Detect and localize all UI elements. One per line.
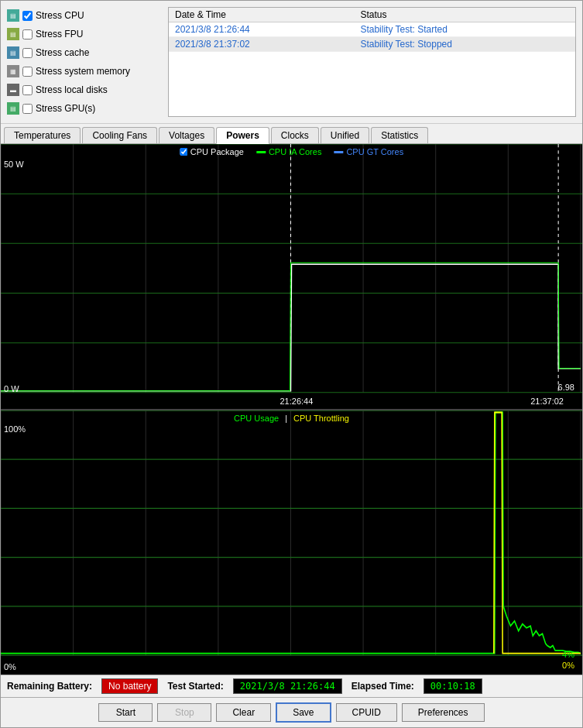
stress-item-disks: ▬ Stress local disks — [7, 81, 162, 98]
fpu-icon: ▤ — [7, 28, 19, 40]
top-section: ▤ Stress CPU ▤ Stress FPU ▤ Stress cache… — [1, 1, 582, 124]
legend-cpu-gt-color — [334, 151, 343, 153]
log-row-1-status: Stability Test: Started — [354, 22, 575, 37]
status-bar: Remaining Battery: No battery Test Start… — [1, 675, 582, 697]
legend-cpu-package-label: CPU Package — [190, 147, 244, 156]
tab-powers[interactable]: Powers — [216, 127, 269, 144]
cpu-throttle-value: 0% — [562, 661, 574, 670]
cpu-chart-title: CPU Usage | CPU Throttling — [234, 414, 349, 423]
stress-cpu-label: Stress CPU — [36, 10, 84, 21]
stress-memory-label: Stress system memory — [36, 66, 130, 77]
stress-item-memory: ▦ Stress system memory — [7, 63, 162, 80]
legend-cpu-gt-label: CPU GT Cores — [346, 147, 403, 156]
log-row-1: 2021/3/8 21:26:44 Stability Test: Starte… — [169, 22, 575, 37]
stress-fpu-checkbox[interactable] — [22, 29, 33, 39]
cpu-usage-value: 4% — [562, 650, 574, 659]
log-row-2-status: Stability Test: Stopped — [354, 37, 575, 52]
legend-cpu-ia-cores: CPU IA Cores — [256, 147, 321, 156]
cpu-y-max: 100% — [4, 424, 26, 434]
tab-unified[interactable]: Unified — [321, 127, 369, 143]
mem-icon: ▦ — [7, 65, 19, 77]
log-table: Date & Time Status 2021/3/8 21:26:44 Sta… — [169, 8, 575, 52]
tab-statistics[interactable]: Statistics — [371, 127, 428, 143]
main-window: ▤ Stress CPU ▤ Stress FPU ▤ Stress cache… — [0, 0, 583, 728]
log-row-1-datetime: 2021/3/8 21:26:44 — [169, 22, 354, 37]
tabs-bar: Temperatures Cooling Fans Voltages Power… — [1, 124, 582, 144]
stress-memory-checkbox[interactable] — [22, 67, 33, 77]
cpu-chart-separator: | — [285, 414, 287, 423]
stress-disks-checkbox[interactable] — [22, 85, 33, 95]
power-x-start: 21:26:44 — [279, 397, 313, 406]
cpuid-button[interactable]: CPUID — [336, 703, 397, 722]
log-row-2-datetime: 2021/3/8 21:37:02 — [169, 37, 354, 52]
stress-cpu-checkbox[interactable] — [22, 11, 33, 21]
stress-item-cpu: ▤ Stress CPU — [7, 7, 162, 24]
power-y-min: 0 W — [4, 384, 19, 393]
buttons-bar: Start Stop Clear Save CPUID Preferences — [1, 697, 582, 727]
stress-item-gpu: ▤ Stress GPU(s) — [7, 100, 162, 117]
power-value-label: 6.98 — [558, 383, 574, 392]
battery-value: No battery — [101, 678, 158, 694]
test-started-label: Test Started: — [167, 681, 223, 692]
cache-icon: ▤ — [7, 46, 19, 59]
preferences-button[interactable]: Preferences — [402, 703, 485, 722]
power-chart-legend: CPU Package CPU IA Cores CPU GT Cores — [180, 147, 403, 156]
start-button[interactable]: Start — [98, 703, 153, 722]
test-started-value: 2021/3/8 21:26:44 — [233, 678, 342, 694]
legend-cpu-gt-cores: CPU GT Cores — [334, 147, 403, 156]
cpu-chart: CPU Usage | CPU Throttling — [1, 410, 582, 675]
tab-cooling-fans[interactable]: Cooling Fans — [82, 127, 157, 143]
legend-cpu-ia-color — [256, 151, 266, 153]
power-chart: CPU Package CPU IA Cores CPU GT Cores — [1, 144, 582, 410]
stress-disks-label: Stress local disks — [36, 84, 108, 95]
stress-gpu-label: Stress GPU(s) — [36, 103, 95, 114]
power-chart-svg — [1, 144, 582, 409]
log-col-datetime: Date & Time — [169, 8, 354, 22]
cpu-usage-label: CPU Usage — [234, 414, 279, 423]
log-col-status: Status — [354, 8, 575, 22]
elapsed-value: 00:10:18 — [424, 678, 482, 694]
stress-item-cache: ▤ Stress cache — [7, 44, 162, 61]
cpu-chart-svg — [1, 410, 582, 675]
cpu-y-min: 0% — [4, 662, 16, 671]
battery-label: Remaining Battery: — [7, 681, 92, 692]
stop-button[interactable]: Stop — [157, 703, 211, 722]
stress-item-fpu: ▤ Stress FPU — [7, 26, 162, 43]
legend-cpu-ia-label: CPU IA Cores — [269, 147, 321, 156]
clear-button[interactable]: Clear — [216, 703, 271, 722]
legend-cpu-package-checkbox[interactable] — [180, 148, 187, 156]
log-table-container: Date & Time Status 2021/3/8 21:26:44 Sta… — [168, 7, 576, 117]
cpu-throttling-label: CPU Throttling — [293, 414, 349, 423]
cpu-icon: ▤ — [7, 9, 19, 22]
disk-icon: ▬ — [7, 84, 19, 96]
power-x-end: 21:37:02 — [530, 397, 564, 406]
stress-fpu-label: Stress FPU — [36, 29, 83, 39]
tab-voltages[interactable]: Voltages — [159, 127, 214, 143]
stress-gpu-checkbox[interactable] — [22, 104, 33, 114]
stress-options: ▤ Stress CPU ▤ Stress FPU ▤ Stress cache… — [7, 7, 162, 117]
gpu-icon: ▤ — [7, 102, 19, 115]
elapsed-label: Elapsed Time: — [352, 681, 414, 692]
tab-temperatures[interactable]: Temperatures — [4, 127, 81, 143]
legend-cpu-package: CPU Package — [180, 147, 244, 156]
log-row-2: 2021/3/8 21:37:02 Stability Test: Stoppe… — [169, 37, 575, 52]
power-y-max: 50 W — [4, 160, 24, 169]
stress-cache-checkbox[interactable] — [22, 48, 33, 58]
charts-area: CPU Package CPU IA Cores CPU GT Cores — [1, 144, 582, 675]
stress-cache-label: Stress cache — [36, 47, 89, 58]
save-button[interactable]: Save — [276, 702, 331, 723]
tab-clocks[interactable]: Clocks — [271, 127, 319, 143]
